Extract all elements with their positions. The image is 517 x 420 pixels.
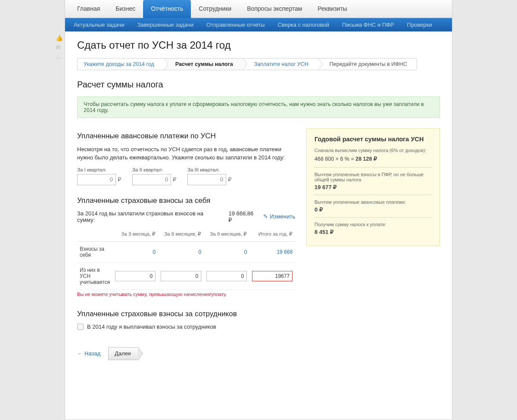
subnav-completed[interactable]: Завершенные задачи <box>137 22 193 28</box>
adv-q1-input[interactable] <box>77 174 116 185</box>
ins-paid-label: За 2014 год вы заплатили страховых взнос… <box>77 210 217 223</box>
usn-3m-input[interactable] <box>115 271 156 281</box>
self-6m[interactable]: 0 <box>198 249 201 255</box>
wizard-step-calc[interactable]: Расчет суммы налога <box>164 58 243 70</box>
emp-checkbox-label: В 2014 году я выплачивал взносы за сотру… <box>87 324 216 330</box>
self-3m[interactable]: 0 <box>153 249 156 255</box>
ruble-icon: ₽ <box>228 176 231 183</box>
summary-v4: 8 451 ₽ <box>315 229 432 235</box>
wizard-step-submit[interactable]: Передайте документы в ИФНС <box>318 58 417 70</box>
summary-title: Годовой расчет суммы налога УСН <box>315 136 432 143</box>
subnav-actual[interactable]: Актуальные задачи <box>74 22 125 28</box>
error-message: Вы не можете учитывать сумму, превышающу… <box>77 292 295 297</box>
page-title: Сдать отчет по УСН за 2014 год <box>77 39 440 51</box>
tab-employees[interactable]: Сотрудники <box>191 0 239 18</box>
summary-l2: Вычтем уплаченные взносы в ПФР, но не бо… <box>315 172 432 182</box>
summary-v2: 19 677 ₽ <box>315 184 432 190</box>
summary-v3: 0 ₽ <box>315 206 432 213</box>
adv-q3-label: За III квартал: <box>187 167 231 172</box>
th-6m: За 6 месяцев, ₽ <box>158 229 204 242</box>
adv-q2-input[interactable] <box>132 174 171 185</box>
top-tabs: Главная Бизнес Отчётность Сотрудники Воп… <box>65 0 452 18</box>
arrow-left-icon: ← <box>77 350 83 357</box>
row-self: Взносы за себя 0 0 0 19 668 <box>77 241 295 262</box>
summary-l4: Получим сумму налога к уплате: <box>315 222 432 227</box>
advances-para: Несмотря на то, что отчетность по УСН сд… <box>77 146 295 162</box>
subnav-sent[interactable]: Отправленные отчеты <box>206 22 265 28</box>
wizard-step-income[interactable]: Укажите доходы за 2014 год <box>77 58 164 70</box>
mail-icon[interactable]: ✉ <box>56 44 63 51</box>
tab-business[interactable]: Бизнес <box>108 0 143 18</box>
ruble-icon: ₽ <box>118 176 121 183</box>
subnav-checks[interactable]: Проверки <box>407 22 432 28</box>
wizard-step-pay[interactable]: Заплатите налог УСН <box>243 58 318 70</box>
ruble-icon: ₽ <box>173 176 176 183</box>
summary-formula: 468 800 × 6 % = 28 128 ₽ <box>315 156 432 162</box>
usn-9m-input[interactable] <box>206 271 247 281</box>
insurance-table: За 3 месяца, ₽ За 6 месяцев, ₽ За 9 меся… <box>77 229 295 290</box>
formula-left: 468 800 × 6 % = <box>315 156 355 162</box>
tab-main[interactable]: Главная <box>69 0 108 18</box>
row-self-label: Взносы за себя <box>77 241 112 262</box>
thumbs-up-icon[interactable]: 👍 <box>56 34 63 41</box>
share-icon[interactable]: ⛬ <box>56 53 63 60</box>
advances-row: За I квартал: ₽ За II квартал: ₽ За III … <box>77 167 295 185</box>
adv-q2-label: За II квартал: <box>132 167 176 172</box>
adv-q3-input[interactable] <box>187 174 226 185</box>
ins-paid-amount: 19 668,86 ₽ <box>228 210 257 223</box>
th-9m: За 9 месяцев, ₽ <box>204 229 249 242</box>
advances-title: Уплаченные авансовые платежи по УСН <box>77 132 295 140</box>
pencil-icon: ✎ <box>263 213 268 220</box>
emp-checkbox[interactable] <box>77 324 84 330</box>
tab-reporting[interactable]: Отчётность <box>143 0 191 18</box>
section-title: Расчет суммы налога <box>77 80 440 90</box>
sub-nav: Актуальные задачи Завершенные задачи Отп… <box>65 18 452 31</box>
self-year[interactable]: 19 668 <box>277 249 293 255</box>
tab-experts[interactable]: Вопросы экспертам <box>239 0 310 18</box>
th-year: Итого за год, ₽ <box>249 229 295 242</box>
edit-label: Изменить <box>270 213 295 220</box>
subnav-reconcile[interactable]: Сверка с налоговой <box>277 22 329 28</box>
ins-emp-title: Уплаченные страховые взносы за сотрудник… <box>77 310 295 318</box>
self-9m[interactable]: 0 <box>244 249 247 255</box>
th-3m: За 3 месяца, ₽ <box>112 229 158 242</box>
usn-6m-input[interactable] <box>161 271 201 281</box>
summary-box: Годовой расчет суммы налога УСН Сначала … <box>306 128 440 246</box>
adv-q1-label: За I квартал: <box>77 167 121 172</box>
row-usn-label: Из них в УСН учитывается <box>77 262 112 289</box>
back-link[interactable]: ←Назад <box>77 350 100 357</box>
edit-link[interactable]: ✎ Изменить <box>263 213 295 220</box>
ins-self-title: Уплаченные страховые взносы за себя <box>77 196 295 205</box>
wizard: Укажите доходы за 2014 год Расчет суммы … <box>77 58 440 70</box>
info-alert: Чтобы рассчитать сумму налога к уплате и… <box>77 96 440 118</box>
tab-requisites[interactable]: Реквизиты <box>310 0 355 18</box>
back-label: Назад <box>84 350 100 357</box>
summary-l3: Вычтем уплаченные авансовые платежи: <box>315 199 432 205</box>
row-usn: Из них в УСН учитывается fx fx fx ↶ <box>77 262 295 289</box>
th-blank <box>77 229 112 242</box>
subnav-letters[interactable]: Письма ФНС и ПФР <box>342 22 394 28</box>
formula-result: 28 128 ₽ <box>355 156 377 162</box>
usn-year-input[interactable] <box>252 271 293 281</box>
summary-l1: Сначала вычислим сумму налога (6% от дох… <box>315 148 432 153</box>
next-button[interactable]: Далее <box>108 347 138 360</box>
